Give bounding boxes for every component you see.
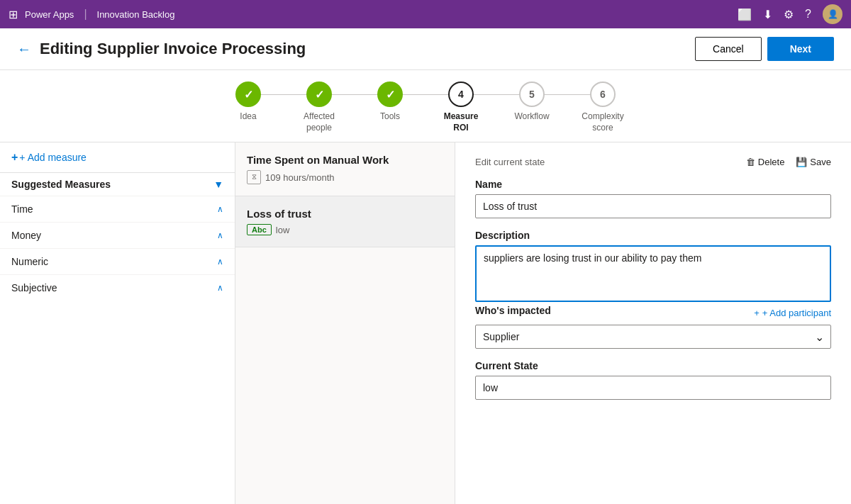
- description-input[interactable]: suppliers are losing trust in our abilit…: [475, 245, 831, 302]
- category-time-label: Time: [11, 203, 33, 215]
- settings-icon[interactable]: ⚙: [784, 8, 794, 21]
- topbar-right: ⬜ ⬇ ⚙ ? 👤: [738, 4, 842, 24]
- step-label-idea: Idea: [240, 111, 256, 123]
- measure-meta-value-trust: low: [276, 225, 290, 235]
- monitor-icon[interactable]: ⬜: [738, 8, 752, 21]
- step-circle-measure: 4: [448, 82, 474, 107]
- cancel-button[interactable]: Cancel: [695, 37, 762, 61]
- impacted-select[interactable]: Supplier Internal Team Management Custom…: [475, 325, 831, 349]
- who-impacted-label: Who's impacted: [475, 305, 551, 316]
- sidebar-category-subjective[interactable]: Subjective ∧: [0, 274, 235, 301]
- description-field-label: Description: [475, 230, 831, 241]
- step-circle-tools: ✓: [377, 82, 403, 107]
- download-icon[interactable]: ⬇: [763, 8, 772, 21]
- next-button[interactable]: Next: [767, 37, 834, 61]
- add-participant-plus-icon: +: [754, 308, 760, 318]
- topbar-section: Innovation Backlog: [97, 9, 175, 20]
- name-input[interactable]: [475, 194, 831, 218]
- step-label-workflow: Workflow: [514, 111, 549, 123]
- save-icon: 💾: [796, 157, 807, 167]
- measure-card-trust[interactable]: Loss of trust Abc low: [235, 196, 455, 247]
- who-impacted-row: Who's impacted + + Add participant: [475, 305, 831, 320]
- grid-icon[interactable]: ⊞: [9, 8, 18, 21]
- step-label-measure: MeasureROI: [444, 111, 479, 133]
- plus-icon: +: [11, 151, 18, 164]
- avatar[interactable]: 👤: [823, 4, 842, 24]
- current-state-label: Current State: [475, 360, 831, 371]
- step-affected[interactable]: ✓ Affectedpeople: [284, 82, 355, 133]
- impacted-select-wrapper: Supplier Internal Team Management Custom…: [475, 325, 831, 349]
- delete-label: Delete: [758, 157, 785, 167]
- header: ← Editing Supplier Invoice Processing Ca…: [0, 28, 851, 70]
- step-tools[interactable]: ✓ Tools: [355, 82, 425, 123]
- abc-badge: Abc: [247, 224, 272, 235]
- category-money-label: Money: [11, 230, 41, 241]
- delete-button[interactable]: 🗑 Delete: [746, 157, 785, 167]
- sidebar-category-time[interactable]: Time ∧: [0, 196, 235, 222]
- header-left: ← Editing Supplier Invoice Processing: [17, 40, 306, 58]
- main-content: + + Add measure Suggested Measures ▼ Tim…: [0, 142, 851, 504]
- sidebar-category-money[interactable]: Money ∧: [0, 222, 235, 248]
- sidebar-category-numeric[interactable]: Numeric ∧: [0, 248, 235, 274]
- step-circle-workflow: 5: [519, 82, 545, 107]
- hourglass-icon: ⧖: [247, 170, 261, 184]
- topbar-separator: |: [84, 8, 87, 21]
- measure-card-meta-trust: Abc low: [247, 224, 443, 235]
- chevron-money-icon: ∧: [217, 230, 223, 240]
- category-numeric-label: Numeric: [11, 256, 48, 267]
- category-subjective-label: Subjective: [11, 282, 57, 293]
- page-title: Editing Supplier Invoice Processing: [40, 40, 306, 58]
- step-label-tools: Tools: [380, 111, 400, 123]
- chevron-numeric-icon: ∧: [217, 257, 223, 267]
- add-participant-label: + Add participant: [762, 308, 831, 318]
- measure-card-meta-time: ⧖ 109 hours/month: [247, 170, 443, 184]
- chevron-subjective-icon: ∧: [217, 283, 223, 293]
- add-measure-label: + Add measure: [19, 152, 87, 163]
- measure-card-time[interactable]: Time Spent on Manual Work ⧖ 109 hours/mo…: [235, 142, 455, 196]
- measure-card-title-time: Time Spent on Manual Work: [247, 154, 443, 166]
- edit-actions: 🗑 Delete 💾 Save: [746, 157, 831, 167]
- edit-state-label: Edit current state: [475, 157, 545, 167]
- measure-meta-value-time: 109 hours/month: [265, 172, 335, 183]
- topbar: ⊞ Power Apps | Innovation Backlog ⬜ ⬇ ⚙ …: [0, 0, 851, 28]
- save-button[interactable]: 💾 Save: [796, 157, 831, 167]
- suggested-label: Suggested Measures: [11, 179, 111, 190]
- help-icon[interactable]: ?: [805, 8, 811, 21]
- sidebar: + + Add measure Suggested Measures ▼ Tim…: [0, 142, 235, 504]
- step-complexity[interactable]: 6 Complexityscore: [567, 82, 638, 133]
- suggested-header: Suggested Measures ▼: [0, 172, 235, 196]
- step-label-complexity: Complexityscore: [582, 111, 623, 133]
- measures-panel: Time Spent on Manual Work ⧖ 109 hours/mo…: [235, 142, 455, 504]
- save-label: Save: [810, 157, 831, 167]
- chevron-time-icon: ∧: [217, 204, 223, 214]
- name-field-label: Name: [475, 179, 831, 190]
- step-label-affected: Affectedpeople: [304, 111, 335, 133]
- step-circle-affected: ✓: [306, 82, 332, 107]
- step-idea[interactable]: ✓ Idea: [213, 82, 284, 123]
- header-actions: Cancel Next: [695, 37, 834, 61]
- measure-card-title-trust: Loss of trust: [247, 208, 443, 220]
- stepper: ✓ Idea ✓ Affectedpeople ✓ Tools 4 Measur…: [0, 70, 851, 142]
- add-participant-button[interactable]: + + Add participant: [754, 308, 831, 318]
- trash-icon: 🗑: [746, 157, 755, 167]
- back-button[interactable]: ←: [17, 41, 31, 57]
- step-measure[interactable]: 4 MeasureROI: [425, 82, 496, 133]
- add-measure-button[interactable]: + + Add measure: [0, 142, 235, 172]
- edit-header: Edit current state 🗑 Delete 💾 Save: [475, 157, 831, 167]
- filter-icon[interactable]: ▼: [213, 179, 223, 190]
- step-workflow[interactable]: 5 Workflow: [496, 82, 567, 123]
- topbar-app: Power Apps: [25, 9, 74, 20]
- step-circle-complexity: 6: [590, 82, 616, 107]
- current-state-input[interactable]: [475, 376, 831, 400]
- edit-panel: Edit current state 🗑 Delete 💾 Save Name …: [455, 142, 851, 504]
- step-circle-idea: ✓: [235, 82, 261, 107]
